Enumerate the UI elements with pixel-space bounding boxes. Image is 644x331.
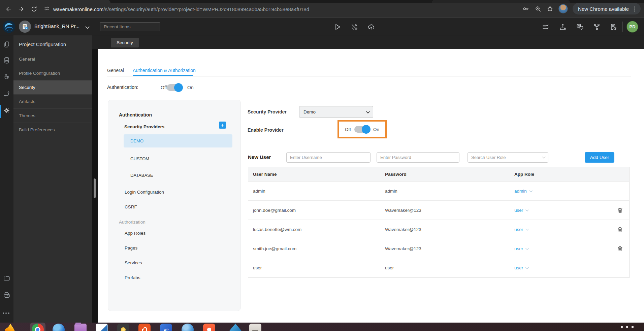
deploy-cloud-upload-icon[interactable] xyxy=(367,23,375,31)
translate-icon[interactable] xyxy=(576,23,584,31)
nav-item-prefabs[interactable]: Prefabs xyxy=(125,275,140,280)
app-store-icon[interactable] xyxy=(138,324,151,331)
red-app-icon[interactable] xyxy=(203,324,215,331)
back-icon[interactable] xyxy=(5,5,12,13)
add-user-button[interactable]: Add User xyxy=(585,152,614,163)
user-role-select[interactable]: Search User Role xyxy=(468,152,548,163)
tab-security[interactable]: Security xyxy=(111,38,139,47)
database-icon[interactable] xyxy=(3,57,10,64)
screenshot-icon[interactable] xyxy=(117,324,129,331)
url-text: wavemakeronline.com/s/settings/security/… xyxy=(53,6,309,12)
export-icon[interactable] xyxy=(559,23,567,31)
panel-scrollbar-track[interactable] xyxy=(92,35,98,331)
file-sync-icon[interactable] xyxy=(609,23,617,31)
java-services-icon[interactable] xyxy=(3,73,10,80)
role-dropdown[interactable]: user xyxy=(510,265,607,270)
delete-user-icon[interactable] xyxy=(617,226,623,233)
sidebar-item-general[interactable]: General xyxy=(13,52,92,66)
site-info-icon[interactable] xyxy=(44,5,50,13)
more-options-icon[interactable] xyxy=(3,312,9,314)
cell-username: smith.joe@gmail.com xyxy=(248,246,380,251)
writer-icon[interactable] xyxy=(96,324,108,331)
sidebar-item-artifacts[interactable]: Artifacts xyxy=(13,94,92,108)
cell-actions xyxy=(607,245,629,252)
provider-item-database[interactable]: DATABASE xyxy=(124,170,232,180)
col-user-name: User Name xyxy=(248,172,380,177)
security-provider-select[interactable]: Demo xyxy=(299,106,373,118)
address-bar[interactable]: wavemakeronline.com/s/settings/security/… xyxy=(44,5,309,13)
gray-app-icon[interactable] xyxy=(249,324,261,331)
wavemaker-logo-icon[interactable] xyxy=(3,21,15,33)
provider-item-custom[interactable]: CUSTOM xyxy=(124,154,232,164)
forward-icon[interactable] xyxy=(18,5,25,13)
panel-scrollbar-thumb[interactable] xyxy=(94,178,96,198)
left-icon-rail: LOG xyxy=(0,35,13,331)
folder-icon[interactable] xyxy=(3,274,10,282)
delete-user-icon[interactable] xyxy=(617,207,623,213)
browser-menu-icon[interactable]: ⋮ xyxy=(632,6,637,12)
show-apps-icon[interactable] xyxy=(621,326,636,331)
cell-username: lucas.benette@wm.com xyxy=(248,227,380,232)
chevron-down-icon xyxy=(525,246,529,250)
username-input[interactable] xyxy=(286,152,371,163)
chrome-update-button[interactable]: New Chrome available ⋮ xyxy=(573,3,641,14)
build-tools-icon[interactable] xyxy=(350,23,358,31)
user-avatar[interactable]: PD xyxy=(626,21,638,33)
wps-office-icon[interactable]: WP xyxy=(160,324,172,331)
enable-provider-off-label: Off xyxy=(345,127,351,132)
project-chevron-down-icon[interactable] xyxy=(85,25,90,29)
provider-item-demo[interactable]: DEMO xyxy=(124,134,232,147)
chevron-down-icon xyxy=(525,208,529,211)
ide-toolbar: BrightBank_RN Pr... PD xyxy=(0,18,644,35)
config-panel-title: Project Configuration xyxy=(13,35,92,52)
recent-items-dropdown[interactable] xyxy=(100,22,160,31)
role-dropdown[interactable]: user xyxy=(510,227,607,232)
sidebar-item-build-preferences[interactable]: Build Preferences xyxy=(13,123,92,137)
settings-gear-icon[interactable] xyxy=(3,107,10,114)
checklist-icon[interactable] xyxy=(542,23,550,31)
thunderbird-icon[interactable] xyxy=(53,324,65,331)
role-dropdown[interactable]: user xyxy=(510,246,607,251)
pages-icon[interactable] xyxy=(3,41,10,48)
nav-item-app-roles[interactable]: App Roles xyxy=(125,231,146,236)
blue-sphere-app-icon[interactable] xyxy=(182,324,194,331)
sidebar-item-security[interactable]: Security xyxy=(13,80,92,94)
user-role-placeholder: Search User Role xyxy=(471,155,506,160)
apis-icon[interactable] xyxy=(3,90,10,98)
page-tabbar: Security xyxy=(92,35,644,49)
zoom-icon[interactable] xyxy=(534,5,542,12)
role-dropdown[interactable]: user xyxy=(510,208,607,213)
log-file-icon[interactable]: LOG xyxy=(3,291,10,299)
nav-item-login-configuration[interactable]: Login Configuration xyxy=(125,190,164,195)
firefox-icon[interactable] xyxy=(4,324,16,331)
bookmark-star-icon[interactable] xyxy=(546,5,554,12)
browser-profile-avatar[interactable] xyxy=(558,4,568,13)
role-dropdown[interactable]: admin xyxy=(510,189,607,194)
add-provider-button[interactable]: + xyxy=(219,122,226,129)
enable-provider-toggle[interactable] xyxy=(354,126,370,133)
sidebar-item-profile-configuration[interactable]: Profile Configuration xyxy=(13,66,92,80)
blue-diamond-app-icon[interactable] xyxy=(229,324,242,331)
nav-item-pages[interactable]: Pages xyxy=(125,245,137,251)
project-avatar-icon[interactable] xyxy=(19,21,31,33)
nav-item-csrf[interactable]: CSRF xyxy=(125,204,137,209)
sidebar-item-themes[interactable]: Themes xyxy=(13,108,92,123)
project-name[interactable]: BrightBank_RN Pr... xyxy=(34,23,79,29)
url-domain: wavemakeronline.com xyxy=(53,6,103,12)
browser-active-tab[interactable] xyxy=(0,0,110,3)
delete-user-icon[interactable] xyxy=(617,245,623,252)
version-branch-icon[interactable] xyxy=(593,23,601,31)
tab-authentication-authorization[interactable]: Authentication & Authorization xyxy=(133,68,196,73)
reload-icon[interactable] xyxy=(30,5,38,13)
nav-item-services[interactable]: Services xyxy=(125,260,142,265)
password-key-icon[interactable] xyxy=(522,5,529,12)
authentication-toggle[interactable] xyxy=(167,84,182,91)
run-play-icon[interactable] xyxy=(333,23,342,31)
tab-general[interactable]: General xyxy=(107,68,124,73)
browser-background-tab[interactable] xyxy=(432,0,570,3)
chevron-down-icon xyxy=(525,266,529,269)
files-icon[interactable] xyxy=(74,324,87,331)
password-input[interactable] xyxy=(377,152,459,163)
col-password: Password xyxy=(380,172,510,177)
screen: wavemakeronline.com/s/settings/security/… xyxy=(0,0,644,331)
